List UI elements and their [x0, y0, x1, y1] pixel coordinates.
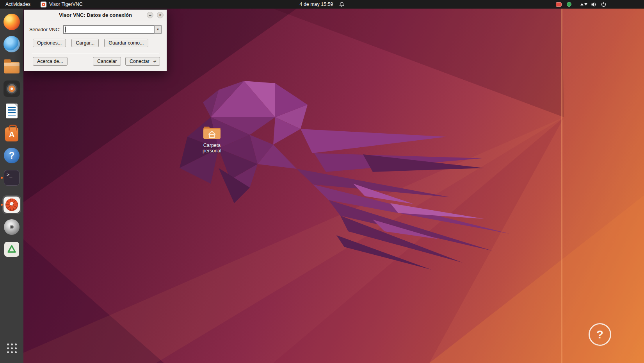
screen-share-indicator-icon[interactable] — [556, 2, 562, 7]
dock-item-disc[interactable] — [2, 218, 21, 236]
help-icon: ? — [4, 148, 20, 163]
focused-app-name: Visor TigerVNC — [49, 2, 83, 7]
running-indicator — [1, 177, 3, 179]
watermark-logo: ? — [589, 323, 611, 346]
bell-icon — [339, 2, 345, 7]
ubuntu-software-icon: A — [5, 127, 18, 141]
focused-app-menu[interactable]: Visor TigerVNC — [41, 2, 83, 7]
dock-item-recycle[interactable] — [2, 240, 21, 259]
files-icon — [4, 62, 20, 73]
connect-button-label: Conectar — [130, 59, 149, 64]
about-button[interactable]: Acerca de... — [33, 57, 68, 66]
dock-item-firefox[interactable] — [2, 13, 21, 31]
server-combo: ▼ — [63, 25, 162, 34]
vnc-server-input[interactable] — [63, 25, 154, 34]
running-indicator — [1, 204, 3, 206]
options-button[interactable]: Opciones... — [33, 39, 66, 47]
tigervnc-icon — [4, 197, 20, 213]
connect-button[interactable]: Conectar ↵ — [125, 57, 160, 66]
dialog-separator — [32, 53, 159, 54]
topbar: Actividades Visor TigerVNC 4 de may 15:5… — [0, 0, 644, 9]
save-as-button[interactable]: Guardar como... — [104, 39, 148, 47]
close-button[interactable]: × — [157, 12, 164, 18]
home-folder-desktop-icon[interactable]: Carpeta personal — [194, 124, 230, 154]
vnc-connection-dialog: Visor VNC: Datos de conexión – × Servido… — [24, 9, 167, 71]
load-button[interactable]: Cargar... — [71, 39, 99, 47]
clock-button[interactable]: 4 de may 15:59 — [299, 2, 333, 7]
recycle-icon — [4, 242, 19, 257]
watermark-glyph: ? — [596, 328, 603, 341]
return-key-icon: ↵ — [153, 59, 157, 64]
dock-item-libreoffice-writer[interactable] — [2, 102, 21, 120]
network-arrows-icon — [580, 3, 587, 5]
dock-item-rhythmbox[interactable] — [2, 79, 21, 98]
libreoffice-writer-icon — [6, 104, 18, 118]
dock: A ? >_ — [0, 9, 23, 363]
green-status-icon[interactable] — [567, 2, 571, 7]
speaker-icon — [591, 2, 597, 7]
dock-item-tigervnc[interactable] — [2, 195, 21, 214]
dock-item-help[interactable]: ? — [2, 146, 21, 165]
minimize-button[interactable]: – — [147, 12, 153, 18]
firefox-icon — [4, 14, 20, 30]
dialog-title: Visor VNC: Datos de conexión — [59, 12, 132, 18]
terminal-icon: >_ — [4, 170, 20, 186]
dock-item-ubuntu-software[interactable]: A — [2, 124, 21, 143]
chevron-down-icon[interactable]: ▼ — [154, 25, 162, 34]
disc-icon — [4, 219, 20, 235]
thunderbird-icon — [4, 36, 20, 52]
power-icon — [601, 2, 607, 7]
system-menu[interactable] — [580, 2, 607, 7]
show-applications-button[interactable] — [2, 339, 21, 358]
server-label: Servidor VNC: — [29, 27, 60, 32]
show-applications-icon — [7, 343, 17, 353]
activities-button[interactable]: Actividades — [5, 2, 30, 7]
home-folder-label: Carpeta personal — [194, 143, 230, 154]
rhythmbox-icon — [4, 80, 20, 97]
tigervnc-icon — [41, 2, 46, 7]
dock-item-terminal[interactable]: >_ — [2, 168, 21, 187]
dialog-titlebar[interactable]: Visor VNC: Datos de conexión – × — [24, 10, 167, 20]
home-folder-icon — [203, 124, 221, 140]
cancel-button[interactable]: Cancelar — [93, 57, 121, 66]
dock-item-thunderbird[interactable] — [2, 35, 21, 54]
dock-item-files[interactable] — [2, 57, 21, 76]
text-caret — [65, 27, 66, 32]
